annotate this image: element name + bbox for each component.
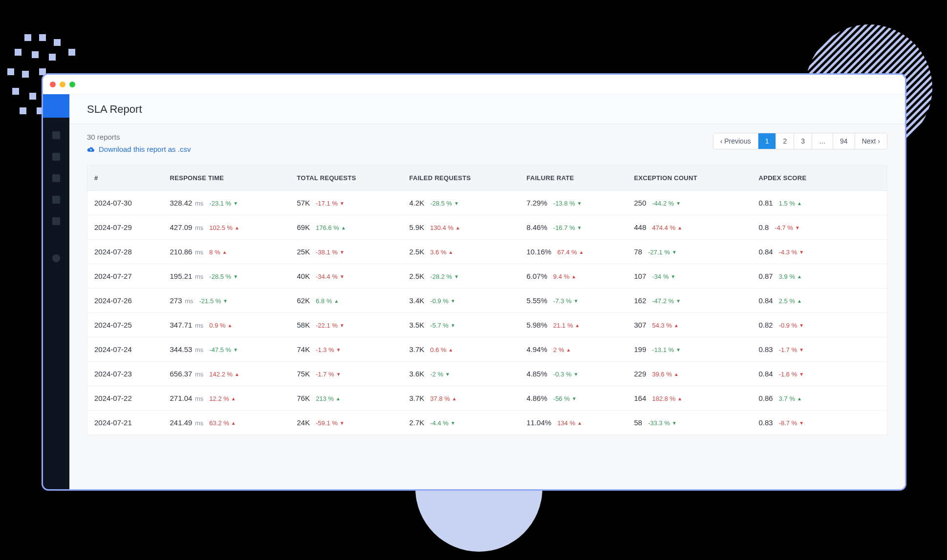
metric-value: 5.98% [527,321,548,329]
metric-delta: -56 % [553,395,577,402]
metric-value: 241.49 [170,418,193,427]
caret-up-icon [455,226,460,230]
sla-table: #RESPONSE TIMETOTAL REQUESTSFAILED REQUE… [87,165,887,435]
metric-delta: -7.3 % [553,297,578,305]
metric-delta: 9.4 % [553,273,576,280]
metric-value: 74K [297,345,310,353]
caret-up-icon [674,323,679,328]
pagination-ellipsis: … [812,133,833,149]
metric-value: 3.5K [409,321,425,329]
sidebar-item-4[interactable] [52,196,60,204]
table-row[interactable]: 2024-07-27195.21 ms-28.5 %40K-34.4 %2.5K… [87,264,887,289]
sidebar-item-3[interactable] [52,174,60,182]
table-row[interactable]: 2024-07-24344.53 ms-47.5 %74K-1.3 %3.7K0… [87,337,887,362]
table-row[interactable]: 2024-07-23656.37 ms142.2 %75K-1.7 %3.6K-… [87,362,887,386]
metric-value: 2.5K [409,272,425,280]
caret-up-icon [235,226,239,230]
sidebar-item-5[interactable] [52,217,60,225]
caret-down-icon [451,299,455,304]
metric-value: 58 [634,418,643,427]
caret-down-icon [340,250,344,255]
metric-value: 195.21 [170,272,193,280]
svg-rect-13 [29,93,36,100]
download-csv-link[interactable]: Download this report as .csv [87,145,191,153]
caret-down-icon [340,323,344,328]
metric-delta: -2 % [430,371,450,378]
metric-delta: -4.4 % [430,419,455,427]
table-row[interactable]: 2024-07-30328.42 ms-23.1 %57K-17.1 %4.2K… [87,191,887,215]
caret-down-icon [445,372,450,377]
metric-delta: -0.9 % [779,322,804,329]
pagination-page-3[interactable]: 3 [794,133,812,149]
pagination-page-94[interactable]: 94 [833,133,855,149]
caret-down-icon [340,201,344,206]
metric-value: 0.84 [759,296,773,305]
column-header[interactable]: TOTAL REQUESTS [290,166,403,191]
caret-down-icon [233,201,238,206]
table-row[interactable]: 2024-07-22271.04 ms12.2 %76K213 %3.7K37.… [87,386,887,411]
metric-delta: -0.3 % [553,371,578,378]
svg-rect-7 [68,49,75,56]
metric-value: 10.16% [527,248,552,256]
caret-down-icon [340,274,344,279]
metric-delta: -28.5 % [209,273,238,280]
metric-delta: 474.4 % [652,224,683,231]
caret-down-icon [799,421,804,426]
pagination-page-2[interactable]: 2 [776,133,794,149]
caret-up-icon [235,372,239,377]
metric-unit: ms [193,395,203,402]
caret-up-icon [566,348,571,353]
svg-rect-6 [49,54,56,61]
metric-delta: -28.5 % [430,200,459,207]
table-row[interactable]: 2024-07-21241.49 ms63.2 %24K-59.1 %2.7K-… [87,411,887,435]
sidebar-item-6[interactable] [52,254,60,262]
table-row[interactable]: 2024-07-28210.86 ms8 %25K-38.1 %2.5K3.6 … [87,240,887,264]
metric-value: 656.37 [170,370,193,378]
window-minimize-icon[interactable] [60,82,65,87]
app-logo[interactable] [43,94,69,118]
sidebar-item-2[interactable] [52,153,60,161]
sidebar-item-1[interactable] [52,131,60,139]
metric-value: 5.9K [409,223,425,231]
window-zoom-icon[interactable] [69,82,75,87]
metric-value: 4.86% [527,394,548,402]
caret-up-icon [674,372,679,377]
metric-value: 2.5K [409,248,425,256]
table-row[interactable]: 2024-07-25347.71 ms0.9 %58K-22.1 %3.5K-5… [87,313,887,337]
metric-delta: 0.9 % [209,322,232,329]
metric-delta: 37.8 % [430,395,456,402]
table-row[interactable]: 2024-07-29427.09 ms102.5 %69K176.6 %5.9K… [87,215,887,240]
metric-delta: -1.3 % [316,346,341,353]
metric-unit: ms [193,371,203,378]
window-close-icon[interactable] [50,82,56,87]
metric-delta: 3.9 % [779,273,802,280]
pagination-page-1[interactable]: 1 [758,133,776,149]
metric-value: 347.71 [170,321,193,329]
row-date: 2024-07-21 [87,411,163,435]
caret-down-icon [795,226,800,230]
metric-value: 307 [634,321,646,329]
metric-delta: -13.8 % [553,200,582,207]
metric-delta: -34 % [652,273,676,280]
column-header[interactable]: FAILED REQUESTS [403,166,520,191]
metric-value: 4.2K [409,199,425,207]
metric-delta: 54.3 % [652,322,679,329]
column-header[interactable]: APDEX SCORE [752,166,887,191]
column-header[interactable]: # [87,166,163,191]
row-date: 2024-07-23 [87,362,163,386]
caret-up-icon [222,250,227,255]
pagination-next[interactable]: Next › [855,133,887,149]
metric-value: 0.83 [759,418,773,427]
caret-up-icon [334,299,339,304]
column-header[interactable]: FAILURE RATE [520,166,627,191]
metric-value: 62K [297,296,310,305]
pagination-prev[interactable]: ‹ Previous [713,133,758,149]
column-header[interactable]: RESPONSE TIME [163,166,290,191]
caret-down-icon [572,396,577,401]
svg-rect-15 [20,107,26,114]
metric-delta: -27.1 % [648,249,677,256]
table-row[interactable]: 2024-07-26273 ms-21.5 %62K6.8 %3.4K-0.9 … [87,289,887,313]
column-header[interactable]: EXCEPTION COUNT [627,166,752,191]
metric-delta: -8.7 % [779,419,804,427]
metric-unit: ms [193,249,203,256]
